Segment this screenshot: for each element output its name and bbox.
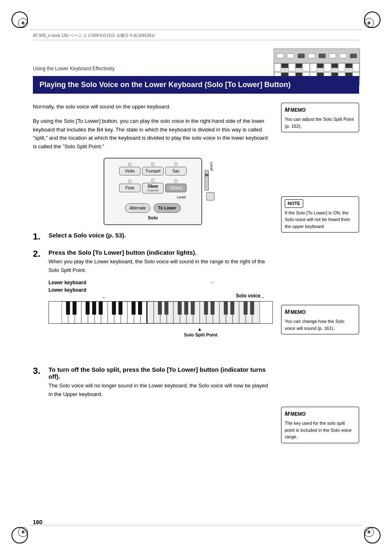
dev-key-5 <box>302 63 309 71</box>
header-text: AT-900_e.book 160 ページ ２０08年9月16日 火曜日 午前1… <box>33 33 155 39</box>
sidebar-spacer-10 <box>281 256 359 264</box>
svg-rect-47 <box>191 302 195 315</box>
memo-icon-1: M <box>285 106 290 114</box>
dev-key-8 <box>324 63 331 71</box>
dev-key-6 <box>310 63 317 71</box>
level-slider[interactable] <box>205 170 209 191</box>
sidebar-spacer-24 <box>281 450 359 458</box>
header-bar: AT-900_e.book 160 ページ ２０08年9月16日 火曜日 午前1… <box>33 33 359 40</box>
step-2-desc: When you play the Lower keyboard, the So… <box>48 258 273 275</box>
svg-rect-17 <box>147 302 154 323</box>
title-text: Playing the Solo Voice on the Lower Keyb… <box>39 81 291 89</box>
solo-voice-label: Solo voice <box>236 293 261 299</box>
svg-rect-43 <box>158 302 162 315</box>
oboe-led <box>151 179 154 182</box>
registration-mark-bl <box>18 527 28 537</box>
svg-rect-49 <box>210 302 214 315</box>
sidebar-spacer-22 <box>281 390 359 398</box>
level-label: Level <box>210 162 214 171</box>
panel-row-2: Flute Oboe Clarinet Others <box>108 179 197 193</box>
violin-led <box>128 163 131 166</box>
sidebar-spacer-33 <box>281 524 359 532</box>
sidebar-spacer-17 <box>281 349 359 357</box>
svg-rect-40 <box>118 302 122 315</box>
sidebar: M MEMO You can adjust the Solo Split Poi… <box>281 103 359 555</box>
trumpet-button[interactable]: Trumpet <box>142 167 164 175</box>
memo-box-3: M MEMO The key used for the solo split p… <box>281 407 359 443</box>
step-1-title: Select a Solo voice (p. 53). <box>48 232 273 239</box>
svg-rect-41 <box>131 302 136 315</box>
memo-box-1: M MEMO You can adjust the Solo Split Poi… <box>281 103 359 132</box>
trumpet-led <box>151 163 154 166</box>
split-point-label: Solo Split Point <box>129 332 273 337</box>
svg-rect-45 <box>178 302 182 315</box>
page-number: 160 <box>33 519 42 525</box>
others-led <box>174 180 178 183</box>
sidebar-spacer-19 <box>281 366 359 374</box>
level-text: Level <box>108 195 186 199</box>
alternate-button[interactable]: Alternate <box>125 203 150 213</box>
note-1-text: If the Solo [To Lower] is ON, the Solo v… <box>285 210 355 230</box>
oboe-clarinet-button[interactable]: Oboe Clarinet <box>142 183 164 193</box>
svg-rect-35 <box>73 302 77 315</box>
svg-rect-50 <box>224 302 228 315</box>
device-btn-2 <box>287 53 294 58</box>
sidebar-spacer-12 <box>281 272 359 280</box>
sidebar-spacer-28 <box>281 483 359 491</box>
step-1: 1. Select a Solo voice (p. 53). <box>33 232 273 242</box>
panel-row-1: Violin Trumpet Sax <box>108 163 197 175</box>
svg-rect-53 <box>250 302 254 315</box>
dev-key-4 <box>295 63 302 68</box>
step-2-number: 2. <box>33 249 44 259</box>
sidebar-spacer-8 <box>281 239 359 247</box>
step-3-desc: The Solo voice will no longer sound in t… <box>48 382 273 399</box>
svg-rect-42 <box>138 302 142 315</box>
sax-led <box>174 163 178 166</box>
step-3-title: To turn off the Solo split, press the So… <box>48 366 273 380</box>
page-title: Playing the Solo Voice on the Lower Keyb… <box>33 76 359 94</box>
sidebar-spacer-4 <box>281 164 359 172</box>
others-button[interactable]: Others <box>165 184 187 192</box>
dev-key-3 <box>288 63 295 71</box>
flute-button[interactable]: Flute <box>119 184 141 192</box>
sax-button[interactable]: Sax <box>165 167 187 175</box>
lower-kb-label: Lower keyboard <box>48 287 86 293</box>
sidebar-spacer-3 <box>281 155 359 164</box>
panel-bottom-section: Alternate To Lower Solo <box>108 203 197 220</box>
flute-button-group: Flute <box>119 180 141 192</box>
svg-rect-38 <box>99 302 103 315</box>
memo-icon-3: M <box>285 410 290 418</box>
dev-key-7 <box>317 63 324 68</box>
sidebar-spacer-20 <box>281 374 359 382</box>
svg-rect-46 <box>184 302 188 315</box>
memo-1-label: MEMO <box>291 106 306 114</box>
sidebar-spacer-32 <box>281 516 359 524</box>
piano-keys-svg: // Will be drawn inline <box>48 301 273 324</box>
intro-para: By using the Solo [To Lower] button, you… <box>33 117 273 151</box>
sidebar-spacer-26 <box>281 466 359 474</box>
svg-rect-37 <box>92 302 96 315</box>
oboe-button-group: Oboe Clarinet <box>142 179 164 193</box>
dev-key-11 <box>345 63 352 68</box>
registration-mark-br <box>364 527 374 537</box>
sidebar-spacer-34 <box>281 532 359 540</box>
sax-button-group: Sax <box>165 163 187 175</box>
svg-rect-51 <box>231 302 235 315</box>
sidebar-spacer-5 <box>281 172 359 180</box>
sidebar-spacer-15 <box>281 297 359 305</box>
sidebar-spacer-9 <box>281 247 359 256</box>
main-content: Normally, the solo voice will sound on t… <box>33 103 273 406</box>
keyboard-range-diagram: Lower keyboard ← Lower keyboard Solo voi… <box>48 280 273 350</box>
dev-key-1 <box>274 63 281 71</box>
memo-box-2: M MEMO You can change how the Solo voice… <box>281 305 359 334</box>
to-lower-button[interactable]: To Lower <box>154 203 181 213</box>
violin-button[interactable]: Violin <box>119 167 141 175</box>
memo-3-title: M MEMO <box>285 410 355 418</box>
note-1-title: NOTE <box>285 199 303 208</box>
sidebar-spacer-6 <box>281 180 359 188</box>
device-btn-1 <box>277 53 284 58</box>
sidebar-spacer-35 <box>281 540 359 548</box>
dev-key-9 <box>331 63 338 68</box>
level-button-bottom[interactable] <box>206 192 214 200</box>
device-btn-8 <box>350 53 357 58</box>
